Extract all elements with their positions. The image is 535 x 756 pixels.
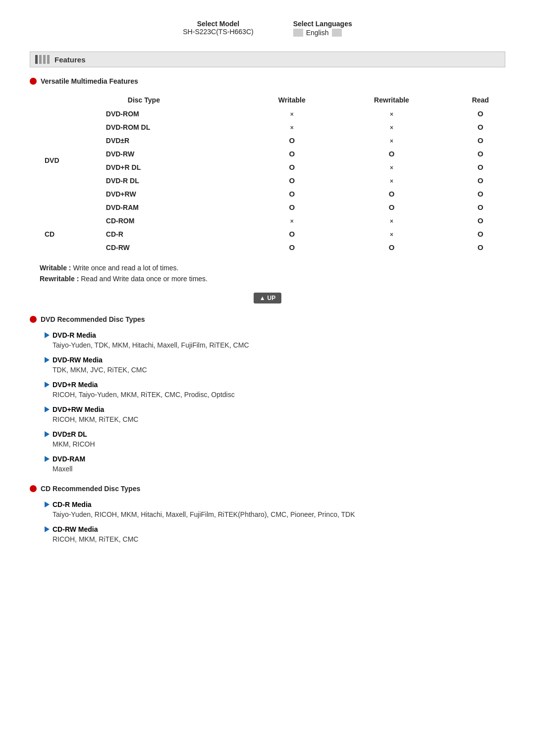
versatile-heading: Versatile Multimedia Features [30, 77, 505, 85]
rewritable-cell: × [338, 174, 446, 187]
stripe-2 [39, 55, 42, 64]
writable-cell: × [246, 214, 337, 227]
o-mark: O [289, 150, 295, 158]
rewritable-cell: × [338, 134, 446, 147]
features-title: Features [54, 55, 86, 64]
stripe-4 [47, 55, 50, 64]
o-mark: O [389, 203, 395, 211]
read-cell: O [446, 160, 515, 174]
disc-name-cell: DVD-RAM [98, 201, 246, 214]
notes-section: Writable : Write once and read a lot of … [40, 264, 505, 283]
read-cell: O [446, 201, 515, 214]
read-cell: O [446, 241, 515, 254]
disc-name-cell: DVD-R DL [98, 174, 246, 187]
media-item: DVD-RAMMaxell [45, 455, 505, 473]
up-button[interactable]: ▲ UP [254, 293, 282, 303]
disc-name-cell: DVD-ROM DL [98, 120, 246, 134]
disc-name-cell: CD-R [98, 227, 246, 241]
media-brands: Maxell [53, 465, 505, 473]
x-mark: × [390, 138, 393, 145]
media-item-header: DVD±R DL [45, 430, 505, 438]
media-item: CD-RW MediaRICOH, MKM, RiTEK, CMC [45, 525, 505, 543]
read-cell: O [446, 174, 515, 187]
o-mark: O [478, 216, 483, 225]
features-stripe [35, 55, 50, 64]
select-model-section: Select Model SH-S223C(TS-H663C) [183, 20, 253, 36]
rewritable-cell: × [338, 107, 446, 120]
o-mark: O [289, 163, 295, 171]
rewritable-cell: O [338, 187, 446, 201]
o-mark: O [478, 109, 483, 118]
table-row: CD-RWOOO [40, 241, 515, 254]
o-mark: O [478, 176, 483, 185]
media-item-title: DVD+RW Media [53, 405, 104, 413]
language-box-right [332, 29, 342, 37]
media-brands: Taiyo-Yuden, RICOH, MKM, Hitachi, Maxell… [53, 510, 505, 518]
o-mark: O [289, 136, 295, 145]
x-mark: × [290, 124, 294, 131]
col-category [40, 93, 98, 107]
writable-cell: × [246, 120, 337, 134]
rewritable-cell: × [338, 214, 446, 227]
media-brands: RICOH, MKM, RiTEK, CMC [53, 535, 505, 543]
table-row: DVD+R DLO×O [40, 160, 515, 174]
col-rewritable: Rewritable [338, 93, 446, 107]
x-mark: × [390, 111, 393, 118]
read-cell: O [446, 227, 515, 241]
language-row: English [293, 29, 342, 37]
media-item: DVD-R MediaTaiyo-Yuden, TDK, MKM, Hitach… [45, 331, 505, 349]
triangle-icon [45, 332, 50, 338]
o-mark: O [478, 190, 483, 198]
table-row: CD-RO×O [40, 227, 515, 241]
table-row: DVD-R DLO×O [40, 174, 515, 187]
read-cell: O [446, 214, 515, 227]
media-item-title: CD-R Media [53, 501, 92, 508]
col-read: Read [446, 93, 515, 107]
disc-name-cell: DVD+R DL [98, 160, 246, 174]
media-item-header: DVD+RW Media [45, 405, 505, 413]
triangle-icon [45, 357, 50, 363]
versatile-bullet [30, 78, 37, 85]
media-item-title: DVD-RAM [53, 455, 85, 463]
disc-name-cell: DVD+RW [98, 187, 246, 201]
writable-cell: O [246, 187, 337, 201]
cd-recommended-bullet [30, 485, 37, 492]
x-mark: × [390, 218, 393, 225]
media-brands: RICOH, Taiyo-Yuden, MKM, RiTEK, CMC, Pro… [53, 391, 505, 399]
x-mark: × [390, 164, 393, 171]
col-disc-type: Disc Type [98, 93, 246, 107]
o-mark: O [478, 203, 483, 211]
cd-recommended-heading-text: CD Recommended Disc Types [41, 485, 140, 493]
up-button-label: UP [268, 295, 276, 302]
media-item: DVD-RW MediaTDK, MKM, JVC, RiTEK, CMC [45, 356, 505, 374]
table-row: DVD-RAMOOO [40, 201, 515, 214]
media-item-header: DVD+R Media [45, 381, 505, 389]
read-cell: O [446, 187, 515, 201]
media-item-title: DVD+R Media [53, 381, 98, 389]
disc-table: Disc Type Writable Rewritable Read DVDDV… [40, 93, 515, 254]
read-cell: O [446, 120, 515, 134]
o-mark: O [289, 203, 295, 211]
writable-cell: O [246, 174, 337, 187]
x-mark: × [290, 111, 294, 118]
table-row: DVD-ROM DL××O [40, 120, 515, 134]
x-mark: × [390, 231, 393, 238]
table-row: DVD-RWOOO [40, 147, 515, 160]
o-mark: O [289, 176, 295, 185]
disc-name-cell: DVD±R [98, 134, 246, 147]
select-model-label: Select Model [183, 20, 253, 28]
note-rewritable: Rewritable : Read and Write data once or… [40, 275, 505, 283]
media-item-header: CD-R Media [45, 501, 505, 508]
dvd-recommended-heading: DVD Recommended Disc Types [30, 315, 505, 323]
select-languages-label: Select Languages [293, 20, 352, 28]
triangle-icon [45, 502, 50, 507]
cd-recommended-heading: CD Recommended Disc Types [30, 485, 505, 493]
writable-cell: O [246, 201, 337, 214]
read-cell: O [446, 147, 515, 160]
table-row: DVD+RWOOO [40, 187, 515, 201]
rewritable-cell: × [338, 120, 446, 134]
media-item-header: DVD-RAM [45, 455, 505, 463]
rewritable-cell: O [338, 201, 446, 214]
media-item: DVD±R DLMKM, RICOH [45, 430, 505, 448]
disc-name-cell: DVD-ROM [98, 107, 246, 120]
